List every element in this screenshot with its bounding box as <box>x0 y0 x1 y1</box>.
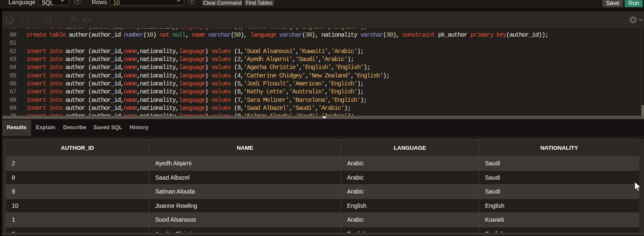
svg-text:A: A <box>82 16 87 23</box>
